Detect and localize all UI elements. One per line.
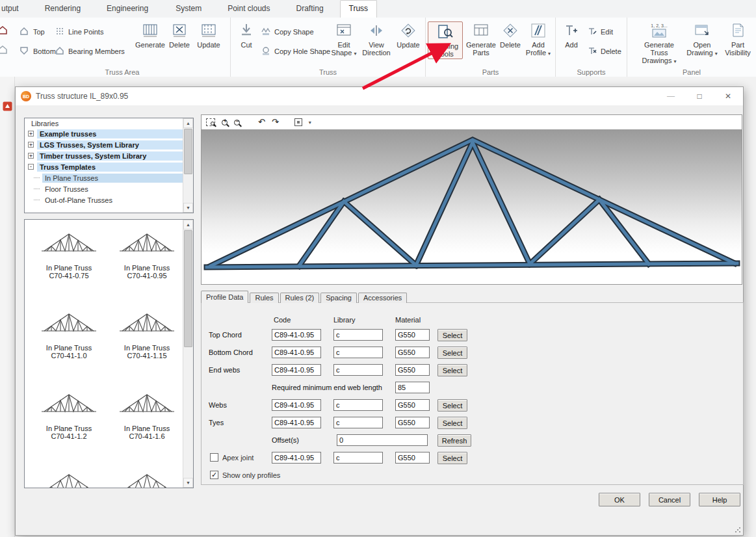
tab-rules[interactable]: Rules bbox=[250, 293, 278, 303]
bottom-button[interactable]: Bottom bbox=[18, 45, 56, 58]
expander-icon[interactable]: + bbox=[28, 142, 34, 148]
show-only-profiles-checkbox[interactable]: ✓ bbox=[210, 471, 218, 479]
ribbon-tab-system[interactable]: System bbox=[167, 0, 210, 18]
ribbon-tab-rendering[interactable]: Rendering bbox=[36, 0, 89, 18]
generate-truss-drawings-button[interactable]: 1, 2, 3... Generate Truss Drawings ▾ bbox=[638, 21, 681, 66]
top-chord-library-input[interactable] bbox=[333, 329, 383, 341]
template-thumb-c70-41-0.95[interactable]: In Plane Truss C70-41-0.95 bbox=[109, 225, 185, 280]
tree-scrollbar[interactable]: ▲ ▼ bbox=[183, 118, 193, 213]
min-end-web-length-input[interactable] bbox=[395, 382, 430, 393]
refresh-button[interactable]: Refresh bbox=[437, 434, 471, 447]
cut-button[interactable]: Cut bbox=[235, 21, 258, 49]
delete-parts-button[interactable]: Delete bbox=[498, 21, 523, 49]
webs-select-button[interactable]: Select bbox=[437, 399, 467, 412]
template-thumb-c70-41-0.75[interactable]: In Plane Truss C70-41-0.75 bbox=[31, 225, 107, 280]
update-truss-button[interactable]: Update bbox=[394, 21, 423, 49]
help-button[interactable]: Help bbox=[699, 493, 740, 506]
template-thumb-partial[interactable] bbox=[31, 465, 107, 488]
ok-button[interactable]: OK bbox=[599, 493, 640, 506]
tyes-select-button[interactable]: Select bbox=[437, 417, 467, 429]
add-profile-button[interactable]: Add Profile ▾ bbox=[523, 21, 553, 58]
top-chord-material-input[interactable] bbox=[395, 329, 430, 341]
tree-item-in-plane-trusses[interactable]: In Plane Trusses bbox=[25, 172, 193, 183]
top-chord-select-button[interactable]: Select bbox=[437, 329, 467, 341]
generate-parts-button[interactable]: Generate Parts bbox=[465, 21, 497, 57]
offset-input[interactable] bbox=[337, 434, 428, 446]
bottom-chord-material-input[interactable] bbox=[395, 347, 430, 358]
ribbon-tab-output[interactable]: utput bbox=[0, 0, 27, 18]
apex-joint-checkbox[interactable] bbox=[210, 453, 218, 462]
delete-truss-area-button[interactable]: Delete bbox=[166, 21, 192, 49]
add-support-button[interactable]: Add bbox=[560, 21, 583, 49]
tyes-material-input[interactable] bbox=[395, 417, 430, 428]
edit-shape-button[interactable]: Edit Shape ▾ bbox=[330, 21, 358, 58]
view-preset-icon[interactable] bbox=[294, 118, 302, 126]
update-truss-area-button[interactable]: Update bbox=[194, 21, 223, 49]
bearing-members-button[interactable]: Bearing Members bbox=[55, 45, 125, 58]
end-webs-material-input[interactable] bbox=[395, 364, 430, 376]
ribbon-tab-engineering[interactable]: Engineering bbox=[98, 0, 157, 18]
scroll-up-icon[interactable]: ▲ bbox=[183, 220, 193, 229]
edit-support-button[interactable]: Edit bbox=[587, 25, 613, 38]
apex-joint-material-input[interactable] bbox=[395, 452, 430, 464]
tab-spacing[interactable]: Spacing bbox=[320, 293, 357, 303]
webs-code-input[interactable] bbox=[272, 399, 321, 411]
tyes-library-input[interactable] bbox=[333, 417, 383, 428]
top-chord-code-input[interactable] bbox=[272, 329, 321, 341]
scroll-down-icon[interactable]: ▼ bbox=[183, 478, 193, 488]
template-thumb-c70-41-1.0[interactable]: In Plane Truss C70-41-1.0 bbox=[31, 305, 107, 360]
ribbon-tab-truss[interactable]: Truss bbox=[340, 0, 378, 18]
tree-item-out-of-plane-trusses[interactable]: Out-of-Plane Trusses bbox=[25, 194, 193, 205]
tree-item-timber-trusses[interactable]: + Timber trusses, System Library bbox=[25, 150, 193, 161]
bottom-chord-library-input[interactable] bbox=[333, 347, 383, 358]
scroll-up-icon[interactable]: ▲ bbox=[183, 118, 193, 128]
template-thumb-c70-41-1.6[interactable]: In Plane Truss C70-41-1.6 bbox=[109, 386, 185, 440]
copy-hole-shape-button[interactable]: Copy Hole Shape bbox=[261, 45, 330, 58]
tree-item-floor-trusses[interactable]: Floor Trusses bbox=[25, 183, 193, 194]
tree-item-example-trusses[interactable]: + Example trusses bbox=[25, 128, 193, 139]
tyes-code-input[interactable] bbox=[272, 417, 321, 428]
rotate-left-icon[interactable]: ↶ bbox=[258, 118, 265, 127]
webs-library-input[interactable] bbox=[333, 399, 383, 411]
template-thumb-c70-41-1.15[interactable]: In Plane Truss C70-41-1.15 bbox=[109, 305, 185, 360]
rotate-right-icon[interactable]: ↷ bbox=[272, 118, 279, 127]
resize-grip[interactable] bbox=[735, 527, 741, 533]
tab-rules-2[interactable]: Rules (2) bbox=[280, 293, 320, 303]
ribbon-tab-point-clouds[interactable]: Point clouds bbox=[219, 0, 278, 18]
zoom-out-icon[interactable]: − bbox=[234, 120, 240, 125]
expander-icon[interactable]: + bbox=[28, 131, 34, 137]
zoom-in-icon[interactable]: + bbox=[222, 120, 228, 125]
framing-tools-button[interactable]: Framing Tools bbox=[428, 21, 463, 59]
end-webs-code-input[interactable] bbox=[272, 364, 321, 376]
scrollbar-thumb[interactable] bbox=[184, 230, 192, 347]
minimize-button[interactable]: — bbox=[661, 89, 681, 103]
tree-item-truss-templates[interactable]: - Truss Templates bbox=[25, 161, 193, 172]
scroll-down-icon[interactable]: ▼ bbox=[183, 203, 193, 213]
cancel-button[interactable]: Cancel bbox=[649, 493, 690, 506]
chevron-down-icon[interactable]: ▾ bbox=[309, 120, 311, 125]
apex-joint-library-input[interactable] bbox=[333, 452, 383, 464]
end-webs-library-input[interactable] bbox=[333, 364, 383, 376]
webs-material-input[interactable] bbox=[395, 399, 430, 411]
apex-joint-select-button[interactable]: Select bbox=[437, 452, 467, 464]
ribbon-tab-drafting[interactable]: Drafting bbox=[288, 0, 332, 18]
template-thumb-c70-41-1.2[interactable]: In Plane Truss C70-41-1.2 bbox=[31, 386, 107, 440]
thumbnail-scrollbar[interactable]: ▲ ▼ bbox=[183, 220, 193, 488]
expander-icon[interactable]: - bbox=[28, 164, 34, 170]
top-button[interactable]: Top bbox=[18, 25, 45, 38]
expander-icon[interactable]: + bbox=[28, 153, 34, 159]
app-icon[interactable] bbox=[3, 101, 12, 114]
delete-support-button[interactable]: Delete bbox=[587, 45, 621, 58]
dialog-title-bar[interactable]: BD Truss structure IL_89x0.95 — □ ✕ bbox=[16, 87, 743, 105]
open-drawing-button[interactable]: Open Drawing ▾ bbox=[684, 21, 720, 58]
maximize-button[interactable]: □ bbox=[690, 89, 709, 103]
scrollbar-thumb[interactable] bbox=[184, 129, 192, 174]
view-direction-button[interactable]: View Direction bbox=[360, 21, 393, 57]
part-visibility-button[interactable]: Part Visibility bbox=[722, 21, 753, 57]
tab-profile-data[interactable]: Profile Data bbox=[201, 291, 248, 303]
template-thumb-partial[interactable] bbox=[109, 465, 185, 488]
zoom-window-icon[interactable] bbox=[206, 118, 215, 126]
close-button[interactable]: ✕ bbox=[718, 89, 738, 103]
generate-button[interactable]: Generate bbox=[135, 21, 165, 49]
line-points-button[interactable]: Line Points bbox=[55, 25, 103, 38]
